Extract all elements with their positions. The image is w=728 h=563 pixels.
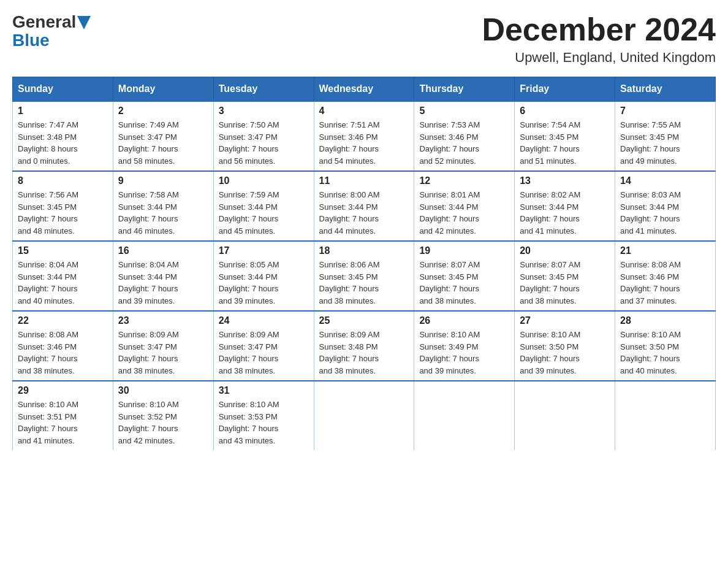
day-cell-13: 13Sunrise: 8:02 AMSunset: 3:44 PMDayligh… [515,171,615,241]
day-cell-14: 14Sunrise: 8:03 AMSunset: 3:44 PMDayligh… [615,171,716,241]
title-block: December 2024 Upwell, England, United Ki… [482,12,716,66]
day-cell-7: 7Sunrise: 7:55 AMSunset: 3:45 PMDaylight… [615,101,716,171]
day-cell-1: 1Sunrise: 7:47 AMSunset: 3:48 PMDaylight… [13,101,113,171]
day-number: 25 [319,315,409,326]
day-number: 27 [520,315,610,326]
day-number: 26 [419,315,509,326]
day-info: Sunrise: 8:06 AMSunset: 3:45 PMDaylight:… [319,259,409,307]
day-cell-8: 8Sunrise: 7:56 AMSunset: 3:45 PMDaylight… [13,171,113,241]
logo: General Blue [12,12,91,49]
day-number: 20 [520,245,610,256]
day-number: 15 [18,245,108,256]
day-cell-15: 15Sunrise: 8:04 AMSunset: 3:44 PMDayligh… [13,241,113,311]
day-cell-9: 9Sunrise: 7:58 AMSunset: 3:44 PMDaylight… [113,171,213,241]
day-info: Sunrise: 7:49 AMSunset: 3:47 PMDaylight:… [118,119,208,167]
day-info: Sunrise: 7:56 AMSunset: 3:45 PMDaylight:… [18,189,108,237]
day-info: Sunrise: 7:47 AMSunset: 3:48 PMDaylight:… [18,119,108,167]
day-info: Sunrise: 8:10 AMSunset: 3:51 PMDaylight:… [18,399,108,446]
day-info: Sunrise: 8:08 AMSunset: 3:46 PMDaylight:… [18,329,108,377]
day-info: Sunrise: 7:59 AMSunset: 3:44 PMDaylight:… [219,189,309,237]
weekday-header-wednesday: Wednesday [314,77,414,102]
day-cell-30: 30Sunrise: 8:10 AMSunset: 3:52 PMDayligh… [113,381,213,450]
empty-cell [414,381,515,450]
day-info: Sunrise: 8:03 AMSunset: 3:44 PMDaylight:… [620,189,710,237]
day-number: 6 [520,105,610,117]
day-cell-12: 12Sunrise: 8:01 AMSunset: 3:44 PMDayligh… [414,171,515,241]
day-info: Sunrise: 7:58 AMSunset: 3:44 PMDaylight:… [118,189,208,237]
weekday-header-friday: Friday [515,77,615,102]
day-cell-18: 18Sunrise: 8:06 AMSunset: 3:45 PMDayligh… [314,241,414,311]
day-number: 21 [620,245,710,256]
day-info: Sunrise: 7:51 AMSunset: 3:46 PMDaylight:… [319,119,409,167]
logo-icon: General [12,12,91,32]
logo-blue-text: Blue [12,32,50,49]
day-info: Sunrise: 7:55 AMSunset: 3:45 PMDaylight:… [620,119,710,167]
day-number: 1 [18,105,108,117]
day-number: 5 [419,105,509,117]
weekday-header-tuesday: Tuesday [213,77,314,102]
day-number: 2 [118,105,208,117]
day-cell-31: 31Sunrise: 8:10 AMSunset: 3:53 PMDayligh… [213,381,314,450]
weekday-header-row: SundayMondayTuesdayWednesdayThursdayFrid… [13,77,716,102]
empty-cell [515,381,615,450]
svg-marker-0 [77,16,91,29]
day-cell-29: 29Sunrise: 8:10 AMSunset: 3:51 PMDayligh… [13,381,113,450]
day-cell-23: 23Sunrise: 8:09 AMSunset: 3:47 PMDayligh… [113,311,213,381]
day-info: Sunrise: 8:09 AMSunset: 3:47 PMDaylight:… [219,329,309,377]
day-info: Sunrise: 8:09 AMSunset: 3:48 PMDaylight:… [319,329,409,377]
day-cell-5: 5Sunrise: 7:53 AMSunset: 3:46 PMDaylight… [414,101,515,171]
day-cell-22: 22Sunrise: 8:08 AMSunset: 3:46 PMDayligh… [13,311,113,381]
day-cell-11: 11Sunrise: 8:00 AMSunset: 3:44 PMDayligh… [314,171,414,241]
day-info: Sunrise: 8:07 AMSunset: 3:45 PMDaylight:… [419,259,509,307]
page-header: General Blue December 2024 Upwell, Engla… [12,12,716,66]
day-info: Sunrise: 8:10 AMSunset: 3:52 PMDaylight:… [118,399,208,446]
day-number: 17 [219,245,309,256]
day-cell-27: 27Sunrise: 8:10 AMSunset: 3:50 PMDayligh… [515,311,615,381]
weekday-header-saturday: Saturday [615,77,716,102]
day-number: 24 [219,315,309,326]
day-number: 11 [319,175,409,186]
day-cell-2: 2Sunrise: 7:49 AMSunset: 3:47 PMDaylight… [113,101,213,171]
day-cell-19: 19Sunrise: 8:07 AMSunset: 3:45 PMDayligh… [414,241,515,311]
day-number: 29 [18,385,108,396]
weekday-header-monday: Monday [113,77,213,102]
day-number: 8 [18,175,108,186]
day-info: Sunrise: 8:02 AMSunset: 3:44 PMDaylight:… [520,189,610,237]
day-cell-25: 25Sunrise: 8:09 AMSunset: 3:48 PMDayligh… [314,311,414,381]
day-cell-4: 4Sunrise: 7:51 AMSunset: 3:46 PMDaylight… [314,101,414,171]
day-info: Sunrise: 8:01 AMSunset: 3:44 PMDaylight:… [419,189,509,237]
weekday-header-thursday: Thursday [414,77,515,102]
day-cell-20: 20Sunrise: 8:07 AMSunset: 3:45 PMDayligh… [515,241,615,311]
day-cell-16: 16Sunrise: 8:04 AMSunset: 3:44 PMDayligh… [113,241,213,311]
day-info: Sunrise: 8:10 AMSunset: 3:53 PMDaylight:… [219,399,309,446]
week-row-2: 8Sunrise: 7:56 AMSunset: 3:45 PMDaylight… [13,171,716,241]
day-cell-17: 17Sunrise: 8:05 AMSunset: 3:44 PMDayligh… [213,241,314,311]
week-row-4: 22Sunrise: 8:08 AMSunset: 3:46 PMDayligh… [13,311,716,381]
day-info: Sunrise: 8:00 AMSunset: 3:44 PMDaylight:… [319,189,409,237]
day-number: 9 [118,175,208,186]
day-number: 14 [620,175,710,186]
calendar-table: SundayMondayTuesdayWednesdayThursdayFrid… [12,77,716,450]
logo-general-text: General [12,12,76,32]
empty-cell [314,381,414,450]
day-number: 23 [118,315,208,326]
week-row-3: 15Sunrise: 8:04 AMSunset: 3:44 PMDayligh… [13,241,716,311]
day-cell-3: 3Sunrise: 7:50 AMSunset: 3:47 PMDaylight… [213,101,314,171]
day-number: 28 [620,315,710,326]
day-number: 4 [319,105,409,117]
day-info: Sunrise: 8:10 AMSunset: 3:49 PMDaylight:… [419,329,509,377]
day-number: 10 [219,175,309,186]
week-row-5: 29Sunrise: 8:10 AMSunset: 3:51 PMDayligh… [13,381,716,450]
day-number: 13 [520,175,610,186]
day-cell-21: 21Sunrise: 8:08 AMSunset: 3:46 PMDayligh… [615,241,716,311]
day-info: Sunrise: 8:04 AMSunset: 3:44 PMDaylight:… [18,259,108,307]
day-number: 16 [118,245,208,256]
day-number: 30 [118,385,208,396]
day-info: Sunrise: 7:54 AMSunset: 3:45 PMDaylight:… [520,119,610,167]
location: Upwell, England, United Kingdom [482,50,716,66]
day-number: 12 [419,175,509,186]
month-title: December 2024 [482,12,716,47]
day-info: Sunrise: 7:53 AMSunset: 3:46 PMDaylight:… [419,119,509,167]
day-info: Sunrise: 8:10 AMSunset: 3:50 PMDaylight:… [520,329,610,377]
day-cell-6: 6Sunrise: 7:54 AMSunset: 3:45 PMDaylight… [515,101,615,171]
